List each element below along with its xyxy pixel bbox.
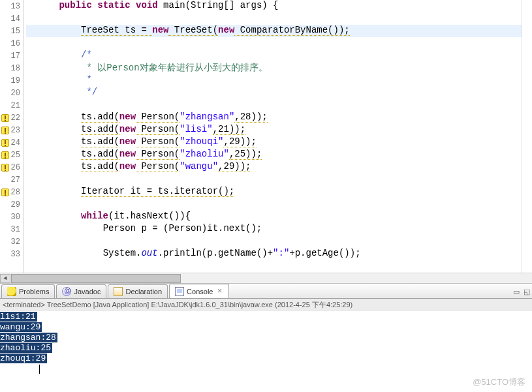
- warning-icon[interactable]: [1, 188, 9, 196]
- code-line-30[interactable]: while(it.hasNext()){: [26, 211, 522, 223]
- gutter-line-24[interactable]: 24: [0, 136, 23, 149]
- tab-label: Declaration: [125, 288, 162, 295]
- tab-label: Console: [187, 288, 213, 295]
- console-line: zhouqi:29: [0, 354, 532, 364]
- scroll-left-arrow-icon[interactable]: ◄: [0, 274, 10, 283]
- warning-icon[interactable]: [1, 151, 9, 159]
- console-icon: [175, 287, 184, 296]
- gutter-line-22[interactable]: 22: [0, 112, 23, 124]
- gutter-line-16[interactable]: 16: [0, 37, 23, 50]
- gutter-line-23[interactable]: 23: [0, 124, 23, 136]
- code-line-19[interactable]: *: [26, 74, 522, 87]
- gutter-line-26[interactable]: 26: [0, 161, 23, 173]
- gutter-line-33[interactable]: 33: [0, 248, 23, 260]
- code-line-16[interactable]: [26, 37, 522, 50]
- gutter-line-25[interactable]: 25: [0, 149, 23, 161]
- gutter-line-20[interactable]: 20: [0, 87, 23, 99]
- close-icon[interactable]: ×: [215, 288, 223, 295]
- watermark: @51CTO博客: [473, 376, 525, 388]
- minimize-view-icon[interactable]: ▭: [511, 288, 522, 298]
- tab-problems[interactable]: Problems: [1, 284, 55, 298]
- gutter-line-17[interactable]: 17: [0, 50, 23, 62]
- code-line-33[interactable]: System.out.println(p.getName()+":"+p.get…: [26, 248, 522, 260]
- code-line-24[interactable]: ts.add(new Person("zhouqi",29));: [26, 136, 522, 149]
- gutter-line-29[interactable]: 29: [0, 198, 23, 211]
- maximize-view-icon[interactable]: ◱: [522, 288, 532, 298]
- text-cursor: [0, 364, 532, 374]
- gutter-line-13[interactable]: 13: [0, 0, 23, 12]
- warning-icon[interactable]: [1, 127, 9, 134]
- view-tabs: Problems Javadoc Declaration Console × ▭…: [0, 283, 532, 299]
- scroll-thumb[interactable]: [11, 274, 181, 283]
- tab-declaration[interactable]: Declaration: [108, 284, 168, 298]
- gutter-line-14[interactable]: 14: [0, 12, 23, 25]
- code-line-20[interactable]: */: [26, 87, 522, 99]
- console-line: wangu:29: [0, 322, 532, 333]
- gutter-line-15[interactable]: 15: [0, 25, 23, 37]
- tab-label: Javadoc: [74, 288, 101, 295]
- gutter-line-21[interactable]: 21: [0, 99, 23, 112]
- tab-javadoc[interactable]: Javadoc: [56, 284, 106, 298]
- code-line-29[interactable]: [26, 198, 522, 211]
- code-line-32[interactable]: [26, 235, 522, 248]
- horizontal-scrollbar[interactable]: ◄: [0, 273, 532, 283]
- code-line-25[interactable]: ts.add(new Person("zhaoliu",25));: [26, 149, 522, 161]
- declaration-icon: [114, 287, 123, 296]
- code-line-22[interactable]: ts.add(new Person("zhangsan",28));: [26, 112, 522, 124]
- code-line-31[interactable]: Person p = (Person)it.next();: [26, 223, 522, 235]
- gutter-line-32[interactable]: 32: [0, 235, 23, 248]
- tab-console[interactable]: Console ×: [169, 284, 229, 298]
- console-line: lisi:21: [0, 312, 532, 322]
- code-line-27[interactable]: [26, 173, 522, 186]
- problems-icon: [7, 287, 16, 296]
- gutter-line-18[interactable]: 18: [0, 62, 23, 74]
- console-output[interactable]: lisi:21 wangu:29 zhangsan:28 zhaoliu:25 …: [0, 310, 532, 379]
- code-pane[interactable]: public static void main(String[] args) {…: [23, 0, 522, 273]
- code-line-21[interactable]: [26, 99, 522, 112]
- javadoc-icon: [62, 287, 71, 296]
- code-editor[interactable]: 1314151617181920212223242526272829303132…: [0, 0, 532, 273]
- console-line: zhangsan:28: [0, 333, 532, 343]
- warning-icon[interactable]: [1, 139, 9, 147]
- console-header: <terminated> TreeSetDemo [Java Applicati…: [0, 299, 532, 310]
- code-line-18[interactable]: * 以Person对象年龄进行从小到大的排序。: [26, 62, 522, 74]
- gutter-line-28[interactable]: 28: [0, 186, 23, 198]
- console-line: zhaoliu:25: [0, 343, 532, 354]
- code-line-15[interactable]: TreeSet ts = new TreeSet(new ComparatorB…: [26, 25, 522, 37]
- gutter-line-31[interactable]: 31: [0, 223, 23, 235]
- warning-icon[interactable]: [1, 114, 9, 122]
- code-line-14[interactable]: [26, 12, 522, 25]
- code-line-28[interactable]: Iterator it = ts.iterator();: [26, 186, 522, 198]
- code-line-17[interactable]: /*: [26, 50, 522, 62]
- code-line-23[interactable]: ts.add(new Person("lisi",21));: [26, 124, 522, 136]
- line-gutter: 1314151617181920212223242526272829303132…: [0, 0, 23, 273]
- warning-icon[interactable]: [1, 164, 9, 172]
- code-line-13[interactable]: public static void main(String[] args) {: [26, 0, 522, 12]
- gutter-line-19[interactable]: 19: [0, 74, 23, 87]
- overview-ruler[interactable]: [522, 0, 532, 273]
- tab-label: Problems: [19, 288, 49, 295]
- gutter-line-30[interactable]: 30: [0, 211, 23, 223]
- gutter-line-27[interactable]: 27: [0, 173, 23, 186]
- code-line-26[interactable]: ts.add(new Person("wangu",29));: [26, 161, 522, 173]
